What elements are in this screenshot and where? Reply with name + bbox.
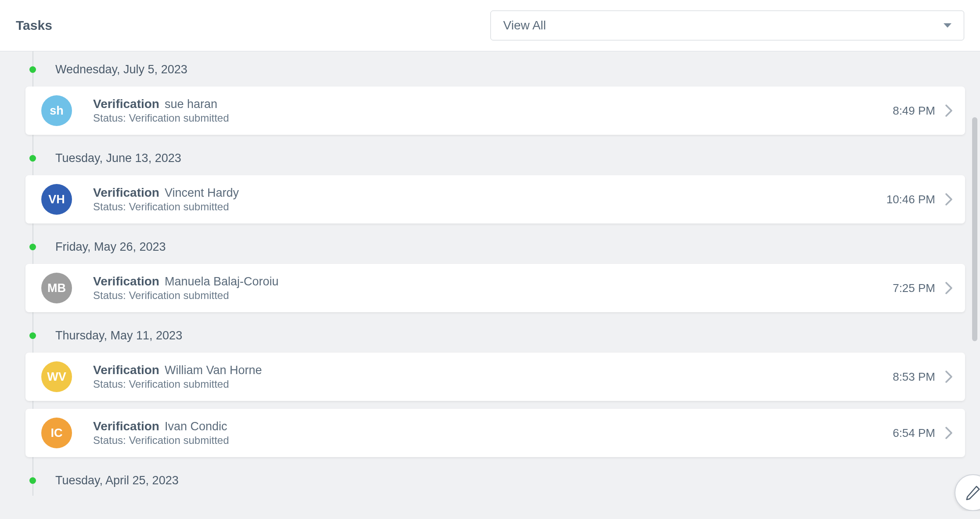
- task-time: 6:54 PM: [893, 426, 935, 440]
- date-text: Tuesday, April 25, 2023: [55, 474, 179, 487]
- task-main: VerificationVincent HardyStatus: Verific…: [93, 186, 886, 213]
- timeline-dot: [29, 332, 36, 339]
- avatar: MB: [41, 273, 72, 303]
- task-type: Verification: [93, 186, 159, 200]
- avatar: WV: [41, 361, 72, 392]
- avatar: sh: [41, 95, 72, 126]
- task-main: VerificationIvan CondicStatus: Verificat…: [93, 419, 893, 447]
- tasks-body: Wednesday, July 5, 2023shVerificationsue…: [0, 51, 980, 519]
- date-text: Tuesday, June 13, 2023: [55, 151, 181, 165]
- task-card[interactable]: VHVerificationVincent HardyStatus: Verif…: [25, 175, 965, 223]
- task-person: Manuela Balaj-Coroiu: [165, 275, 279, 288]
- date-header: Wednesday, July 5, 2023: [25, 54, 965, 85]
- task-type: Verification: [93, 419, 159, 433]
- task-card[interactable]: WVVerificationWilliam Van HorneStatus: V…: [25, 353, 965, 401]
- task-main: Verificationsue haranStatus: Verificatio…: [93, 97, 893, 124]
- task-title-line: VerificationManuela Balaj-Coroiu: [93, 274, 893, 288]
- task-person: William Van Horne: [165, 364, 262, 377]
- date-text: Thursday, May 11, 2023: [55, 329, 182, 342]
- timeline-dot: [29, 244, 36, 250]
- task-status: Status: Verification submitted: [93, 289, 893, 302]
- date-header: Tuesday, April 25, 2023: [25, 465, 965, 496]
- task-main: VerificationWilliam Van HorneStatus: Ver…: [93, 363, 893, 390]
- task-card[interactable]: ICVerificationIvan CondicStatus: Verific…: [25, 409, 965, 457]
- filter-select[interactable]: View All: [490, 11, 964, 40]
- avatar: VH: [41, 184, 72, 215]
- task-time: 8:53 PM: [893, 370, 935, 384]
- task-card[interactable]: MBVerificationManuela Balaj-CoroiuStatus…: [25, 264, 965, 312]
- task-type: Verification: [93, 97, 159, 111]
- task-status: Status: Verification submitted: [93, 378, 893, 390]
- header-bar: Tasks View All: [0, 0, 980, 51]
- task-title-line: Verificationsue haran: [93, 97, 893, 111]
- chevron-right-icon: [945, 281, 953, 295]
- date-text: Wednesday, July 5, 2023: [55, 63, 187, 76]
- avatar: IC: [41, 418, 72, 448]
- date-header: Tuesday, June 13, 2023: [25, 143, 965, 173]
- task-title-line: VerificationVincent Hardy: [93, 186, 886, 200]
- task-status: Status: Verification submitted: [93, 434, 893, 447]
- chevron-right-icon: [945, 193, 953, 206]
- task-card[interactable]: shVerificationsue haranStatus: Verificat…: [25, 86, 965, 135]
- timeline-dot: [29, 155, 36, 162]
- page-title: Tasks: [16, 18, 52, 33]
- task-person: Ivan Condic: [165, 420, 227, 433]
- task-title-line: VerificationIvan Condic: [93, 419, 893, 433]
- task-time: 8:49 PM: [893, 104, 935, 118]
- task-status: Status: Verification submitted: [93, 112, 893, 124]
- pencil-icon: [965, 484, 980, 501]
- timeline-dot: [29, 66, 36, 73]
- task-type: Verification: [93, 363, 159, 377]
- task-time: 7:25 PM: [893, 281, 935, 295]
- task-main: VerificationManuela Balaj-CoroiuStatus: …: [93, 274, 893, 302]
- task-type: Verification: [93, 274, 159, 288]
- chevron-right-icon: [945, 104, 953, 117]
- task-time: 10:46 PM: [886, 193, 935, 206]
- date-header: Friday, May 26, 2023: [25, 231, 965, 262]
- timeline-dot: [29, 477, 36, 484]
- task-person: Vincent Hardy: [165, 186, 239, 200]
- date-text: Friday, May 26, 2023: [55, 240, 166, 254]
- chevron-right-icon: [945, 426, 953, 440]
- date-header: Thursday, May 11, 2023: [25, 320, 965, 351]
- task-title-line: VerificationWilliam Van Horne: [93, 363, 893, 377]
- task-person: sue haran: [165, 97, 217, 111]
- filter-select-label: View All: [503, 18, 546, 32]
- timeline: Wednesday, July 5, 2023shVerificationsue…: [0, 51, 980, 496]
- task-status: Status: Verification submitted: [93, 201, 886, 213]
- chevron-right-icon: [945, 370, 953, 383]
- chevron-down-icon: [944, 23, 951, 28]
